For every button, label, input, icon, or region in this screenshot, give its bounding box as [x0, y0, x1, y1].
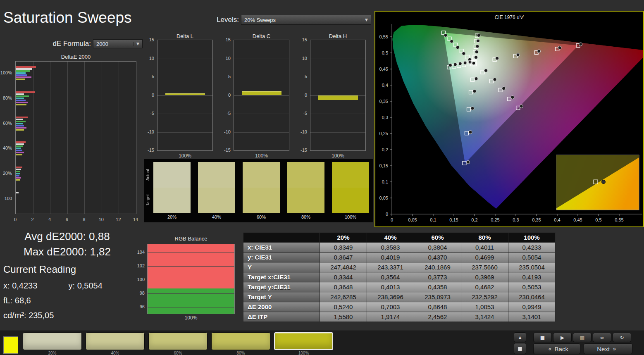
patch-buttons: 20%40%60%80%100%	[0, 331, 513, 355]
y-tick-label: 10	[219, 55, 232, 61]
stop-measure-button[interactable]: ■	[514, 343, 526, 354]
yellow-measured-marker	[477, 34, 480, 37]
green-bar	[148, 288, 234, 314]
x-tick-label: 0	[9, 217, 21, 222]
delta-value-bar	[242, 91, 281, 95]
next-button[interactable]: Next »	[584, 343, 632, 354]
back-label: Back	[555, 345, 568, 353]
y-tick-label: 0	[143, 92, 156, 98]
swatch-label: 60%	[243, 214, 280, 219]
yellow-measured-marker	[475, 56, 478, 59]
patch-button-100%[interactable]: 100%	[274, 332, 333, 355]
de-bar	[16, 127, 26, 129]
table-row: ΔE ITP1,55801,91742,45623,14243,1401	[243, 312, 556, 322]
back-button[interactable]: « Back	[533, 343, 580, 354]
cyan-measured-marker	[453, 63, 457, 66]
current-reading-title: Current Reading	[3, 264, 103, 275]
table-cell: 0,3349	[320, 243, 367, 253]
deltae-chart-title: DeltaE 2000	[15, 54, 136, 60]
table-cell: 235,0973	[414, 292, 461, 302]
cie-y-tick: 0,05	[379, 195, 388, 200]
gridline	[148, 280, 234, 280]
loop-button[interactable]: ∞	[593, 333, 611, 342]
table-row: Target Y242,6285238,3696235,0973232,5292…	[243, 292, 556, 302]
patch-button-40%[interactable]: 40%	[86, 332, 145, 355]
cie-y-tick: 0,15	[379, 163, 388, 168]
de-bar	[16, 175, 19, 176]
table-cell: 0,4233	[508, 243, 556, 253]
cie-y-tick: 0	[386, 212, 388, 217]
magenta-measured-marker	[520, 105, 523, 108]
de-bar	[16, 100, 26, 101]
cie-x-tick: 0	[391, 217, 393, 222]
row-label: Target y:CIE31	[243, 282, 320, 292]
patch-button-20%[interactable]: 20%	[23, 332, 82, 355]
table-cell: 1,9174	[367, 312, 414, 322]
de-bar	[16, 102, 28, 103]
de-formula-dropdown[interactable]: 2000 ▼	[93, 39, 143, 48]
current-reading: Current Reading x: 0,4233 y: 0,5054 fL: …	[3, 264, 103, 326]
current-cd-line: cd/m²: 235,05	[3, 311, 103, 320]
page-title: Saturation Sweeps	[3, 9, 132, 26]
red-measured-marker	[537, 50, 541, 53]
y-tick-label: 15	[296, 37, 309, 43]
table-cell: 242,6285	[320, 292, 367, 302]
delta-c-plot	[234, 40, 289, 151]
play-button[interactable]: ▶	[553, 333, 572, 342]
current-y: y: 0,5054	[69, 281, 103, 290]
swatch-60%	[243, 162, 280, 213]
swatch-label: 40%	[198, 214, 235, 219]
y-tick-label: -15	[296, 147, 309, 153]
delta-h-title: Delta H	[310, 33, 366, 39]
yellow-measured-marker	[476, 45, 479, 48]
de-bar	[16, 173, 20, 174]
current-xy-line: x: 0,4233 y: 0,5054	[3, 281, 103, 291]
cyan-measured-marker	[449, 64, 452, 67]
swatch-target	[243, 188, 280, 213]
levels-label: Levels:	[213, 16, 239, 24]
patch-button-60%[interactable]: 60%	[148, 332, 208, 355]
y-tick-label: 5	[296, 74, 309, 79]
avg-de-line: Avg dE2000: 0,88	[4, 229, 130, 244]
column-header: 40%	[367, 233, 414, 243]
de-bar	[16, 177, 21, 179]
table-cell: 2,4562	[414, 312, 461, 322]
stop-button[interactable]: ■	[533, 333, 552, 342]
de-bar	[16, 145, 23, 147]
de-bar	[16, 98, 24, 99]
cie-y-tick: 0,1	[382, 179, 388, 184]
table-cell: 0,4358	[414, 282, 461, 292]
refresh-button[interactable]: ↻	[613, 333, 631, 342]
table-cell: 0,8648	[414, 302, 461, 312]
patch-button-80%[interactable]: 80%	[211, 332, 270, 355]
save-button[interactable]: ▥	[573, 333, 592, 342]
gridline	[157, 59, 212, 59]
levels-dropdown[interactable]: 20% Sweeps ▼	[241, 15, 371, 25]
magenta-measured-marker	[484, 69, 488, 72]
table-cell: 0,4019	[367, 253, 414, 262]
current-y-value: 0,5054	[77, 281, 103, 290]
delta-c-x-label: 100%	[234, 153, 289, 159]
gridline	[234, 77, 289, 77]
deltae-x-axis: 02468101214	[15, 217, 136, 222]
table-cell: 0,9949	[508, 302, 556, 312]
current-fl-label: fL:	[3, 296, 12, 305]
row-label: x: CIE31	[243, 243, 320, 253]
deltae-y-axis: 100%80%60%40%20%100	[0, 61, 14, 214]
corner-header	[243, 233, 320, 243]
deltae-plot	[15, 61, 136, 214]
table-cell: 3,1424	[461, 312, 508, 322]
delta-h-y-axis: 151050-5-10-15	[296, 32, 309, 156]
y-tick-label: 40%	[0, 145, 14, 151]
de-bar	[16, 119, 23, 120]
de-bar	[16, 129, 24, 131]
blue-measured-marker	[475, 77, 478, 80]
swatch-strip: 20%40%60%80%100%	[144, 159, 373, 222]
de-bar	[16, 154, 22, 155]
delta-c-title: Delta C	[234, 33, 289, 39]
collapse-up-button[interactable]: ▲	[514, 332, 526, 342]
de-bar	[16, 150, 22, 151]
row-label: ΔE ITP	[243, 312, 320, 322]
y-tick-label: 5	[219, 74, 232, 79]
patch-color	[86, 332, 145, 350]
